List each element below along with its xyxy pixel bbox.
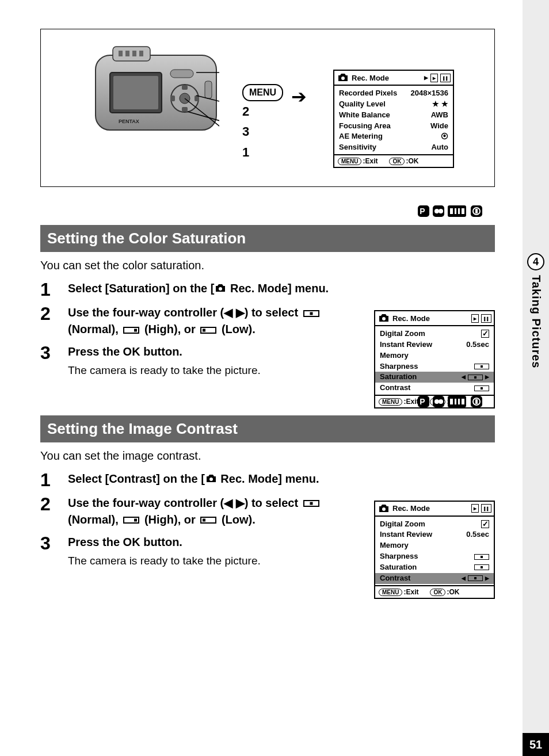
step-1: 1 Select [Saturation] on the [ Rec. Mode… <box>40 280 495 299</box>
lcd-row: AE Metering⦿ <box>339 131 448 142</box>
svg-rect-12 <box>170 96 175 101</box>
svg-rect-10 <box>182 85 188 90</box>
lcd-row: Instant Review0.5sec <box>380 529 489 540</box>
svg-text:P: P <box>420 397 427 406</box>
svg-point-35 <box>382 317 386 320</box>
lcd-title: Rec. Mode <box>392 314 430 323</box>
lcd-screen-rec-mode-2: Rec. Mode ▸ ⫿⫿ Digital Zoom Instant Revi… <box>374 310 495 408</box>
svg-point-41 <box>439 399 443 404</box>
svg-point-26 <box>439 209 443 213</box>
lcd-screen-rec-mode-1: Rec. Mode ▶ ▸ ⫿⫿ Recorded Pixels2048×153… <box>333 70 454 168</box>
triangle-right-icon: ▶ <box>424 75 428 81</box>
play-tab-icon: ▸ <box>471 504 479 513</box>
lcd-row: Focusing AreaWide <box>339 121 448 132</box>
lcd-row: Sharpness <box>380 361 489 372</box>
svg-point-36 <box>219 287 222 291</box>
lcd-row-selected: Contrast <box>375 573 494 584</box>
page-number: 51 <box>523 733 549 756</box>
lcd-row: SensitivityAuto <box>339 142 448 153</box>
lcd-row: Recorded Pixels2048×1536 <box>339 88 448 99</box>
svg-text:P: P <box>420 207 427 216</box>
check-icon <box>481 520 489 528</box>
menu-pill-icon: MENU <box>338 158 361 165</box>
figure-label-2: 2 <box>242 101 283 121</box>
lcd-row: Digital Zoom <box>380 519 489 530</box>
section-contrast: P Setting the Image Contrast You can set… <box>40 395 495 569</box>
svg-rect-7 <box>113 76 158 109</box>
menu-pill: MENU <box>242 84 283 101</box>
svg-rect-28 <box>450 208 453 214</box>
svg-rect-15 <box>205 81 212 98</box>
svg-rect-2 <box>119 51 123 56</box>
chapter-tab: 4 Taking Pictures <box>523 253 549 391</box>
camera-icon <box>378 313 390 323</box>
figure-label-1: 1 <box>242 142 283 162</box>
setup-tab-icon: ⫿⫿ <box>481 504 491 513</box>
camera-icon <box>205 474 218 484</box>
section-title: Setting the Image Contrast <box>40 415 495 442</box>
arrow-right-icon: ➔ <box>291 86 307 108</box>
camera-icon <box>214 283 227 293</box>
lcd-title: Rec. Mode <box>392 504 430 513</box>
lcd-row: Sharpness <box>380 551 489 562</box>
section-intro: You can set the color saturation. <box>40 259 495 272</box>
svg-rect-1 <box>113 47 150 61</box>
lcd-screen-rec-mode-3: Rec. Mode ▸ ⫿⫿ Digital Zoom Instant Revi… <box>374 501 495 599</box>
svg-rect-3 <box>125 51 129 56</box>
lcd-title: Rec. Mode <box>352 74 389 82</box>
svg-rect-30 <box>458 208 460 214</box>
setup-tab-icon: ⫿⫿ <box>440 74 451 82</box>
lcd-row-selected: Saturation <box>375 372 494 383</box>
camera-icon <box>337 72 349 83</box>
svg-point-21 <box>341 77 345 80</box>
figure-label-3: 3 <box>242 121 283 142</box>
svg-rect-45 <box>458 399 460 404</box>
svg-rect-44 <box>455 399 456 404</box>
section-intro: You can set the image contrast. <box>40 449 495 463</box>
camera-illustration: PENTAX <box>93 44 219 142</box>
ok-pill-icon: OK <box>389 158 405 165</box>
svg-rect-43 <box>450 399 453 404</box>
step-1: 1 Select [Contrast] on the [ Rec. Mode] … <box>40 471 495 489</box>
lcd-row: Saturation <box>380 562 489 573</box>
setup-tab-icon: ⫿⫿ <box>481 314 491 323</box>
lcd-row: Instant Review0.5sec <box>380 339 489 350</box>
svg-rect-29 <box>455 208 456 214</box>
svg-rect-49 <box>475 399 478 404</box>
lcd-row: Memory <box>380 350 489 361</box>
camera-icon <box>378 503 390 514</box>
lcd-row: Quality Level★ ★ <box>339 99 448 110</box>
svg-rect-34 <box>475 209 478 213</box>
mode-icons-row: P <box>40 204 495 222</box>
svg-rect-4 <box>132 51 136 56</box>
chapter-number: 4 <box>527 253 544 270</box>
check-icon <box>481 330 489 338</box>
svg-rect-31 <box>462 208 464 214</box>
lcd-row: Memory <box>380 540 489 551</box>
play-tab-icon: ▸ <box>471 314 479 323</box>
chapter-title: Taking Pictures <box>529 275 543 368</box>
section-saturation: P Setting the Color Saturation You can s… <box>40 204 495 379</box>
play-tab-icon: ▸ <box>430 74 438 82</box>
mode-icons-row: P <box>40 395 495 412</box>
svg-rect-46 <box>462 399 464 404</box>
svg-text:PENTAX: PENTAX <box>119 119 139 124</box>
ok-pill-icon: OK <box>430 589 445 596</box>
lcd-row: White BalanceAWB <box>339 110 448 121</box>
lcd-row: Contrast <box>380 383 489 394</box>
menu-pill-icon: MENU <box>379 589 402 596</box>
lcd-row: Digital Zoom <box>380 329 489 339</box>
figure-labels: MENU 2 3 1 <box>242 81 283 162</box>
svg-rect-14 <box>170 70 193 78</box>
svg-rect-11 <box>182 107 188 112</box>
svg-point-51 <box>209 478 213 481</box>
svg-point-40 <box>434 399 439 404</box>
svg-point-25 <box>434 209 439 213</box>
svg-point-50 <box>382 507 386 511</box>
section-title: Setting the Color Saturation <box>40 225 495 252</box>
top-figure: PENTAX MENU 2 3 1 ➔ Rec. Mode ▶ ▸ ⫿⫿ <box>40 29 495 187</box>
svg-rect-5 <box>139 51 143 56</box>
